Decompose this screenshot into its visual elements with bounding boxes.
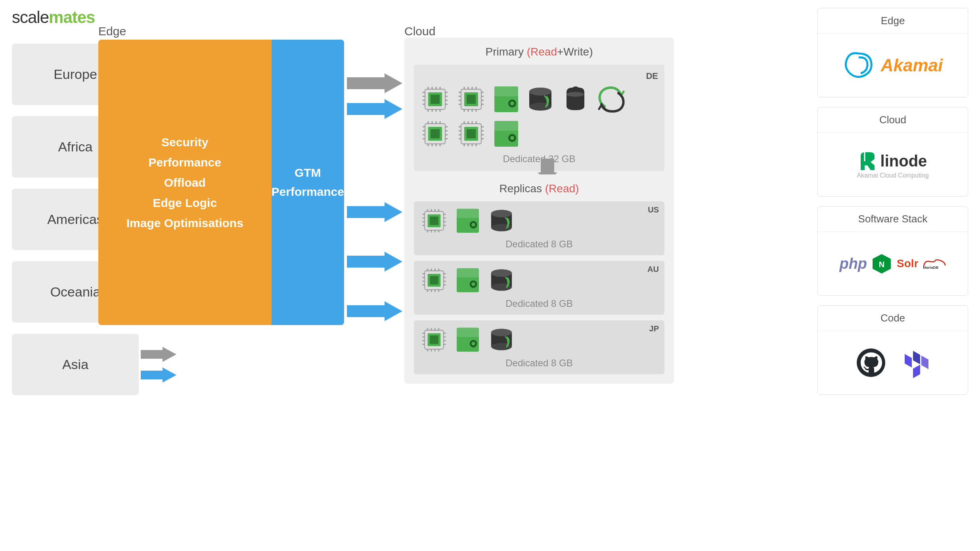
- edge-orange-section: Security Performance Offload Edge Logic …: [98, 40, 272, 325]
- svg-marker-13: [347, 252, 402, 272]
- linode-subtext: Akamai Cloud Computing: [857, 172, 928, 179]
- svg-point-103: [510, 136, 514, 140]
- svg-marker-8: [141, 347, 176, 362]
- akamai-swirl-icon: [843, 50, 875, 81]
- svg-point-60: [529, 88, 551, 96]
- primary-inner: DE: [414, 65, 664, 171]
- svg-rect-64: [431, 129, 440, 138]
- au-chip-icon: [420, 266, 448, 294]
- jp-storage-icon: [454, 326, 481, 354]
- sidebar-cloud-body: linode Akamai Cloud Computing: [818, 133, 968, 196]
- sidebar-edge-section: Edge Akamai: [817, 8, 968, 98]
- svg-rect-125: [457, 209, 479, 218]
- region-asia: Asia: [12, 334, 139, 395]
- linode-name: linode: [880, 152, 927, 170]
- cache-icon-1: [597, 84, 626, 114]
- svg-point-185: [491, 329, 512, 336]
- storage-icon-2: [492, 119, 520, 149]
- linode-icon: [859, 150, 877, 172]
- replica-us: US: [414, 201, 664, 255]
- jp-db-icon: [488, 326, 515, 354]
- chip-icon-1: [420, 84, 450, 114]
- akamai-logo: Akamai: [843, 50, 943, 81]
- svg-text:MariaDB: MariaDB: [923, 265, 938, 269]
- au-storage-icon: [454, 266, 481, 294]
- svg-rect-179: [457, 328, 479, 337]
- us-db-icon: [488, 207, 515, 235]
- au-dedicated-label: Dedicated 8 GB: [420, 298, 658, 309]
- jp-badge: JP: [649, 324, 659, 333]
- svg-marker-14: [347, 301, 402, 321]
- svg-rect-36: [467, 95, 476, 104]
- sidebar-edge-body: Akamai: [818, 34, 968, 97]
- primary-read: (Read: [527, 46, 557, 58]
- replicas-section: Replicas (Read) US: [404, 174, 674, 384]
- svg-text:N: N: [879, 260, 884, 269]
- svg-point-131: [491, 210, 512, 217]
- jp-chip-icon: [420, 326, 448, 354]
- sidebar-code-section: Code: [817, 305, 968, 395]
- primary-server-row-1: [420, 84, 658, 114]
- edge-to-cloud-blue-arrow-au: [347, 252, 402, 273]
- edge-logic: Edge Logic: [153, 193, 217, 213]
- linode-logo: linode Akamai Cloud Computing: [857, 150, 928, 179]
- sidebar-cloud-header: Cloud: [818, 107, 968, 133]
- primary-header: Primary (Read+Write): [414, 46, 664, 58]
- solr-text: Solr: [897, 257, 918, 270]
- edge-blue-section: GTM Performance: [272, 40, 344, 325]
- storage-icon-1: [492, 84, 520, 114]
- sidebar-code-header: Code: [818, 306, 968, 331]
- terraform-icon: [899, 347, 930, 379]
- edge-to-cloud-blue-arrow-us: [347, 202, 402, 224]
- au-db-icon: [488, 266, 515, 294]
- edge-section-label: Edge: [98, 25, 126, 38]
- chip-icon-4: [456, 119, 486, 149]
- edge-to-cloud-blue-arrow-jp: [347, 301, 402, 323]
- sidebar-edge-header: Edge: [818, 8, 968, 34]
- edge-security: Security: [161, 132, 208, 152]
- svg-rect-107: [430, 216, 438, 225]
- primary-server-row-2: [420, 119, 658, 149]
- akamai-text: Akamai: [881, 55, 943, 75]
- svg-point-154: [471, 282, 475, 286]
- linode-logo-text: linode: [859, 150, 927, 172]
- svg-rect-17: [431, 95, 440, 104]
- gray-arrow-asia: [141, 347, 176, 362]
- edge-image-opt: Image Optimisations: [126, 213, 243, 233]
- cloud-section-label: Cloud: [404, 25, 435, 38]
- au-badge: AU: [647, 265, 659, 274]
- gtm-sublabel: Performance: [272, 182, 344, 201]
- svg-point-127: [471, 223, 475, 226]
- sidebar-software-section: Software Stack php N Solr MariaDB: [817, 206, 968, 296]
- svg-marker-10: [347, 73, 402, 93]
- sidebar: Edge Akamai Cloud: [817, 8, 968, 404]
- replica-us-row: [420, 207, 658, 235]
- us-storage-icon: [454, 207, 481, 235]
- arrow-asia: [139, 334, 178, 395]
- svg-rect-83: [467, 129, 476, 138]
- svg-marker-11: [347, 99, 402, 119]
- chip-icon-3: [420, 119, 450, 149]
- replica-jp: JP: [414, 320, 664, 374]
- code-icons: [855, 347, 930, 379]
- svg-rect-54: [494, 86, 518, 96]
- de-badge: DE: [420, 71, 658, 81]
- edge-performance: Performance: [149, 152, 221, 172]
- logo-scale: scale: [12, 8, 49, 27]
- nginx-icon: N: [871, 253, 893, 275]
- edge-to-cloud-gray-arrow: [347, 73, 402, 95]
- logo: scalemates: [12, 8, 95, 27]
- svg-rect-134: [430, 276, 438, 284]
- svg-marker-12: [347, 202, 402, 222]
- chip-icon-2: [456, 84, 486, 114]
- svg-point-61: [567, 92, 584, 97]
- us-chip-icon: [420, 207, 448, 235]
- bucket-icon-1: [561, 84, 590, 114]
- svg-marker-193: [913, 365, 920, 378]
- svg-point-181: [471, 342, 475, 345]
- replica-jp-row: [420, 326, 658, 354]
- replicas-header: Replicas (Read): [414, 182, 664, 195]
- blue-arrow-asia: [141, 367, 176, 383]
- software-stack-icons: php N Solr MariaDB: [839, 253, 946, 275]
- replicas-read: (Read): [545, 182, 579, 195]
